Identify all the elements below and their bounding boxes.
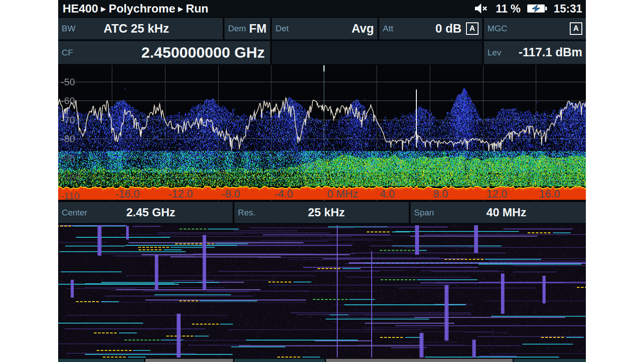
sweep-row: Center 2.45 GHz Res. 25 kHz Span 40 MHz <box>58 202 586 223</box>
settings-row-2: CF 2.450000000 GHz Lev -117.1 dBm <box>58 41 586 64</box>
det-label: Det <box>275 24 289 34</box>
lev-label: Lev <box>487 48 501 58</box>
param-cell-center[interactable]: Center 2.45 GHz <box>58 202 233 223</box>
att-auto-badge: A <box>466 22 479 35</box>
param-cell-res[interactable]: Res. 25 kHz <box>234 202 409 223</box>
battery-charging-icon <box>527 3 547 14</box>
dem-label: Dem <box>228 24 246 34</box>
span-label: Span <box>414 208 434 218</box>
bottom-softkey-segment-0[interactable] <box>58 359 144 362</box>
settings-row-1: BW ATC 25 kHz Dem FM Det Avg Att 0 dB A <box>58 18 586 39</box>
lev-value: -117.1 dBm <box>518 46 582 59</box>
breadcrumb[interactable]: HE400 ▶ Polychrome ▶ Run <box>61 2 208 16</box>
param-cell-dem[interactable]: Dem FM <box>225 18 270 39</box>
span-value: 40 MHz <box>486 206 526 219</box>
mgc-auto-badge: A <box>570 22 582 35</box>
waterfall-display <box>58 224 586 358</box>
bottom-softkey-row <box>58 359 586 362</box>
det-value: Avg <box>352 22 374 36</box>
title-bar: HE400 ▶ Polychrome ▶ Run 11 % <box>58 0 586 17</box>
param-cell-empty <box>272 41 482 64</box>
mgc-label: MGC <box>487 24 507 34</box>
param-cell-cf[interactable]: CF 2.450000000 GHz <box>58 41 270 64</box>
breadcrumb-separator-icon: ▶ <box>101 5 106 13</box>
param-cell-det[interactable]: Det Avg <box>272 18 377 39</box>
speaker-muted-icon <box>474 3 489 14</box>
bottom-softkey-segment-1[interactable] <box>145 359 233 362</box>
res-value: 25 kHz <box>308 206 345 219</box>
status-cluster: 11 % 15:31 <box>474 2 583 15</box>
bottom-softkey-segment-2[interactable] <box>234 359 325 362</box>
spectrum-display <box>58 65 586 201</box>
bottom-softkey-segment-4[interactable] <box>514 359 586 362</box>
dem-value: FM <box>249 22 267 36</box>
cf-label: CF <box>62 48 73 58</box>
center-value: 2.45 GHz <box>126 206 175 219</box>
res-label: Res. <box>238 208 255 218</box>
param-cell-span[interactable]: Span 40 MHz <box>411 202 586 223</box>
att-label: Att <box>383 24 393 34</box>
cf-value: 2.450000000 GHz <box>141 44 265 61</box>
param-cell-lev[interactable]: Lev -117.1 dBm <box>484 41 586 64</box>
bottom-softkey-segment-3[interactable] <box>326 359 513 362</box>
param-cell-mgc[interactable]: MGC A <box>484 18 586 39</box>
breadcrumb-device[interactable]: HE400 <box>63 2 98 16</box>
breadcrumb-state[interactable]: Run <box>186 2 208 16</box>
breadcrumb-separator-icon: ▶ <box>178 5 183 13</box>
center-label: Center <box>62 208 87 218</box>
param-cell-bw[interactable]: BW ATC 25 kHz <box>58 18 223 39</box>
clock-time: 15:31 <box>554 2 582 15</box>
screenshot-page: HE400 ▶ Polychrome ▶ Run 11 % <box>0 0 644 362</box>
battery-percent: 11 % <box>496 2 521 15</box>
bw-label: BW <box>62 24 76 34</box>
device-screen: HE400 ▶ Polychrome ▶ Run 11 % <box>58 0 586 362</box>
att-value: 0 dB <box>435 22 462 36</box>
bw-value: ATC 25 kHz <box>103 22 169 36</box>
breadcrumb-mode[interactable]: Polychrome <box>109 2 175 16</box>
param-cell-att[interactable]: Att 0 dB A <box>379 18 482 39</box>
